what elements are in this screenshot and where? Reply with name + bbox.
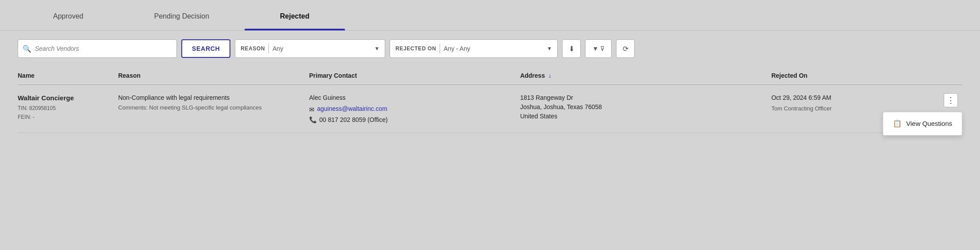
address-line2: Joshua, Joshua, Texas 76058 [520, 102, 767, 112]
view-questions-item[interactable]: 📋 View Questions [883, 112, 962, 135]
filter-divider [268, 44, 269, 53]
vendor-table-wrapper: Name Reason Primary Contact Address ↓ Re… [0, 67, 980, 142]
rejected-on-date: Oct 29, 2024 6:59 AM [771, 93, 918, 102]
reason-filter[interactable]: REASON Any ▼ [235, 39, 385, 58]
reason-filter-value: Any [272, 45, 371, 52]
chevron-down-icon: ▼ [374, 45, 379, 52]
vendor-table: Name Reason Primary Contact Address ↓ Re… [18, 67, 962, 133]
col-header-name: Name [18, 67, 118, 85]
contact-phone: 00 817 202 8059 (Office) [319, 115, 388, 125]
phone-icon: 📞 [309, 115, 317, 125]
reason-comment: Comments: Not meeting SLG-specific legal… [118, 103, 305, 112]
tab-rejected[interactable]: Rejected [245, 0, 345, 30]
col-header-reason: Reason [118, 67, 309, 85]
vendor-reason-cell: Non-Compliance with legal requirements C… [118, 85, 309, 133]
col-header-rejected-on: Rejected On [771, 67, 922, 85]
vendor-contact-cell: Alec Guiness ✉ aguiness@waltairinc.com 📞… [309, 85, 520, 133]
search-box: 🔍 [18, 39, 177, 58]
view-questions-icon: 📋 [893, 118, 902, 129]
address-country: United States [520, 112, 767, 121]
download-icon: ⬇ [569, 45, 574, 53]
rejected-on-filter-value: Any - Any [444, 45, 543, 52]
action-dropdown: 📋 View Questions [883, 112, 962, 136]
kebab-menu-button[interactable]: ⋮ [944, 93, 958, 107]
search-button[interactable]: SEARCH [181, 39, 230, 58]
rejected-on-filter[interactable]: REJECTED ON Any - Any ▼ [390, 39, 558, 58]
contact-name: Alec Guiness [309, 93, 516, 102]
filter-funnel-icon: ⊽ [600, 45, 605, 52]
search-input[interactable] [35, 45, 172, 52]
reason-filter-label: REASON [241, 45, 265, 52]
tab-approved[interactable]: Approved [18, 0, 119, 30]
rejected-on-filter-label: REJECTED ON [395, 45, 436, 52]
sort-arrow-icon[interactable]: ↓ [548, 72, 551, 79]
refresh-icon: ⟳ [623, 45, 628, 53]
reason-main: Non-Compliance with legal requirements [118, 93, 305, 102]
contact-email[interactable]: aguiness@waltairinc.com [317, 104, 387, 114]
col-header-address: Address ↓ [520, 67, 771, 85]
search-icon: 🔍 [23, 45, 31, 53]
filter-divider-2 [440, 44, 440, 53]
vendor-address-cell: 1813 Rangeway Dr Joshua, Joshua, Texas 7… [520, 85, 771, 133]
filter-icon: ▼ [592, 45, 598, 52]
app-container: Approved Pending Decision Rejected 🔍 SEA… [0, 0, 980, 250]
email-icon: ✉ [309, 105, 314, 114]
view-questions-label: View Questions [906, 119, 952, 129]
refresh-button[interactable]: ⟳ [616, 39, 635, 58]
tab-bar: Approved Pending Decision Rejected [0, 0, 980, 30]
contact-email-row: ✉ aguiness@waltairinc.com [309, 104, 516, 115]
table-header-row: Name Reason Primary Contact Address ↓ Re… [18, 67, 962, 85]
contact-phone-row: 📞 00 817 202 8059 (Office) [309, 115, 516, 125]
download-button[interactable]: ⬇ [562, 39, 581, 58]
vendor-name: Waltair Concierge [18, 93, 114, 103]
col-header-action [922, 67, 962, 85]
filter-bar: 🔍 SEARCH REASON Any ▼ REJECTED ON Any - … [0, 30, 980, 67]
vendor-name-cell: Waltair Concierge TIN: 820958105 FEIN: - [18, 85, 118, 133]
vendor-action-cell: ⋮ 📋 View Questions [922, 85, 962, 133]
col-header-contact: Primary Contact [309, 67, 520, 85]
address-line1: 1813 Rangeway Dr [520, 93, 767, 102]
vendor-tin: TIN: 820958105 [18, 104, 114, 112]
table-row: Waltair Concierge TIN: 820958105 FEIN: -… [18, 85, 962, 133]
chevron-down-icon-2: ▼ [547, 45, 552, 52]
filter-button[interactable]: ▼ ⊽ [585, 39, 612, 58]
tab-pending[interactable]: Pending Decision [119, 0, 245, 30]
vendor-fein: FEIN: - [18, 113, 114, 121]
